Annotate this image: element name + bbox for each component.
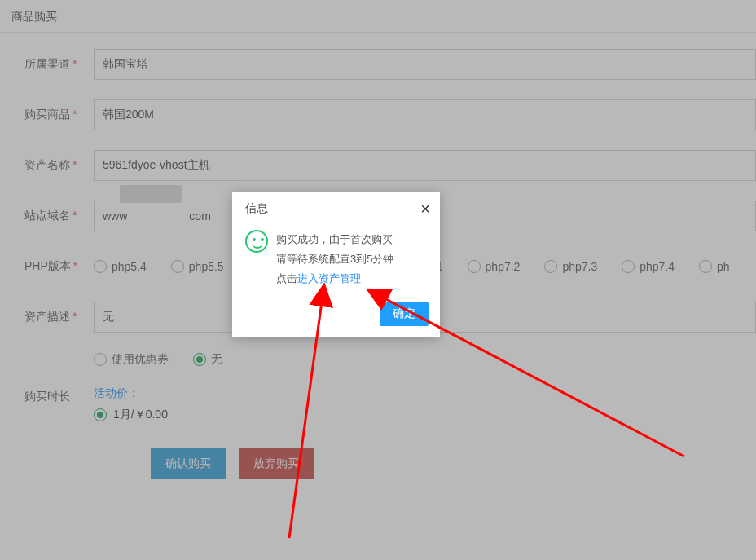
dialog-ok-button[interactable]: 确定: [380, 302, 429, 326]
success-smile-icon: [245, 230, 268, 253]
dialog-line-1: 购买成功，由于首次购买: [276, 230, 393, 249]
dialog-title: 信息: [245, 201, 268, 216]
message-dialog: 信息 × 购买成功，由于首次购买 请等待系统配置3到5分钟 点击进入资产管理 确…: [232, 192, 440, 337]
dialog-line-3-prefix: 点击: [276, 272, 297, 284]
dialog-content: 购买成功，由于首次购买 请等待系统配置3到5分钟 点击进入资产管理: [276, 230, 393, 289]
close-icon[interactable]: ×: [420, 201, 430, 217]
dialog-line-2: 请等待系统配置3到5分钟: [276, 249, 393, 269]
enter-asset-management-link[interactable]: 进入资产管理: [297, 272, 361, 284]
